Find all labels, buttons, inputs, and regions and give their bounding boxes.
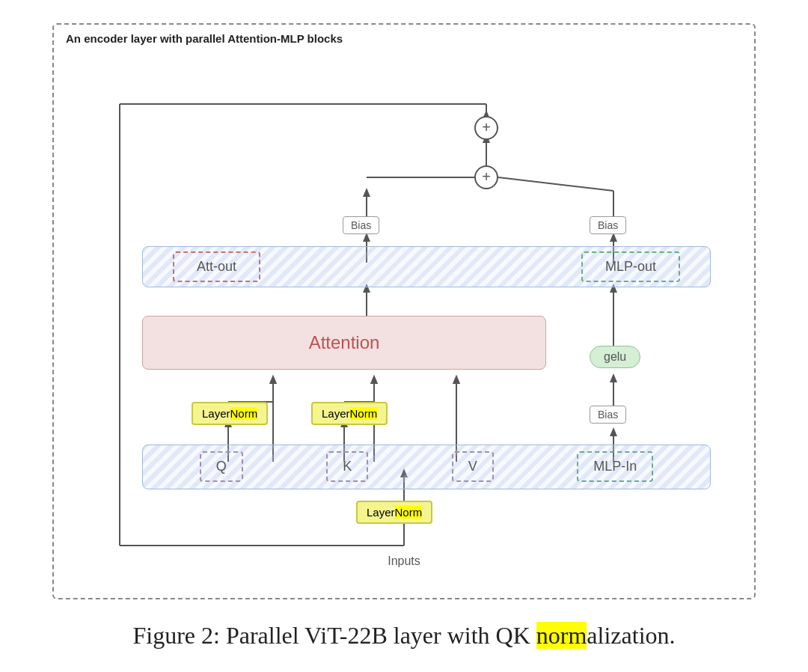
gelu-label: gelu: [604, 350, 626, 363]
diagram-content: + + Bias Bias Att-out: [76, 67, 732, 575]
figure-caption: Figure 2: Parallel ViT-22B layer with QK…: [132, 622, 675, 650]
attention-band: Attention: [142, 316, 546, 370]
bias-box-1: Bias: [343, 216, 379, 234]
svg-marker-40: [610, 373, 617, 382]
v-label: V: [468, 459, 477, 474]
bias-label-3: Bias: [598, 409, 618, 421]
plus-circle-outer: +: [474, 116, 498, 140]
diagram-relative: + + Bias Bias Att-out: [75, 67, 733, 575]
svg-marker-20: [269, 375, 277, 384]
bias-label-1: Bias: [351, 219, 371, 231]
q-label: Q: [216, 459, 227, 474]
svg-marker-25: [370, 375, 378, 384]
mlp-out-box: MLP-out: [581, 251, 680, 282]
ln2-layer: Layer: [322, 407, 350, 420]
gelu-pill: gelu: [590, 346, 640, 368]
ln2-norm: Norm: [350, 407, 378, 420]
caption-text-before: Figure 2: Parallel ViT-22B layer with QK: [132, 622, 536, 649]
caption-highlighted: norm: [536, 622, 587, 649]
layernorm-box-1: LayerNorm: [192, 402, 268, 425]
svg-marker-27: [453, 375, 460, 384]
attention-label: Attention: [309, 332, 380, 353]
svg-marker-10: [269, 375, 277, 384]
att-out-box: Att-out: [173, 251, 260, 282]
att-out-label: Att-out: [197, 259, 236, 274]
ln1-norm: Norm: [230, 407, 258, 420]
diagram-wrapper: An encoder layer with parallel Attention…: [45, 23, 763, 650]
k-box: K: [326, 451, 368, 482]
qkv-band: Q K V MLP-In: [142, 445, 711, 489]
svg-line-46: [498, 177, 613, 191]
svg-marker-33: [363, 188, 370, 197]
mlp-out-label: MLP-out: [605, 259, 656, 274]
bias-label-2: Bias: [598, 219, 618, 231]
outer-box: An encoder layer with parallel Attention…: [52, 23, 756, 599]
caption-text-after: alization.: [587, 622, 675, 649]
v-box: V: [452, 451, 494, 482]
layernorm-box-2: LayerNorm: [311, 402, 388, 425]
outer-label: An encoder layer with parallel Attention…: [66, 32, 343, 45]
q-box: Q: [200, 451, 243, 482]
layernorm-box-3: LayerNorm: [356, 501, 432, 524]
svg-marker-38: [610, 427, 617, 436]
att-mlp-out-band: Att-out MLP-out: [142, 246, 711, 287]
plus-symbol-inner: +: [482, 168, 491, 186]
ln3-norm: Norm: [395, 506, 423, 519]
ln3-layer: Layer: [367, 506, 395, 519]
inputs-label: Inputs: [388, 555, 420, 568]
bias-box-2: Bias: [590, 216, 626, 234]
k-label: K: [343, 459, 352, 474]
svg-marker-12: [370, 375, 378, 384]
bias-box-3: Bias: [590, 406, 626, 424]
plus-symbol-outer: +: [482, 119, 491, 136]
svg-marker-14: [453, 375, 460, 384]
mlpin-label: MLP-In: [593, 459, 637, 474]
plus-circle-inner: +: [474, 165, 498, 189]
mlpin-box: MLP-In: [577, 451, 653, 482]
ln1-layer: Layer: [202, 407, 230, 420]
